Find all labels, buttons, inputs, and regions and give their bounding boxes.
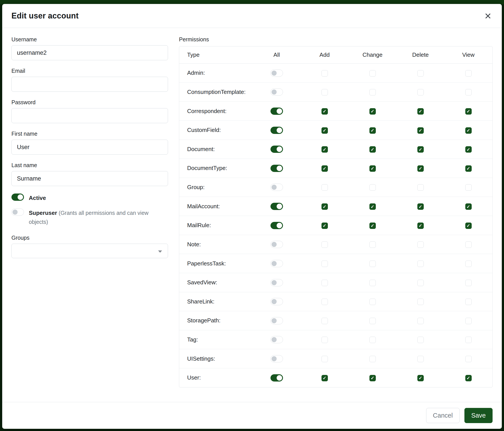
permission-delete-checkbox[interactable] [417, 318, 424, 324]
permission-delete-checkbox[interactable] [417, 280, 424, 286]
permission-add-checkbox[interactable] [322, 89, 328, 95]
permission-view-checkbox[interactable] [465, 299, 472, 305]
permission-all-toggle[interactable] [270, 70, 283, 77]
permission-all-toggle[interactable] [270, 336, 283, 343]
permission-all-toggle[interactable] [270, 260, 283, 267]
permission-add-checkbox[interactable] [322, 356, 328, 362]
email-field[interactable] [11, 77, 168, 92]
permission-view-checkbox[interactable] [465, 70, 472, 77]
permission-add-checkbox[interactable]: ✓ [322, 108, 328, 115]
permission-delete-checkbox[interactable] [417, 242, 424, 248]
permission-view-checkbox[interactable]: ✓ [465, 223, 472, 229]
permission-all-toggle[interactable] [270, 146, 283, 153]
permission-view-checkbox[interactable] [465, 337, 472, 343]
save-button[interactable]: Save [464, 408, 493, 423]
permission-change-checkbox[interactable] [369, 89, 376, 95]
permission-delete-checkbox[interactable] [417, 337, 424, 343]
permission-change-checkbox[interactable]: ✓ [369, 165, 376, 172]
superuser-toggle[interactable] [11, 208, 24, 216]
permission-add-checkbox[interactable] [322, 299, 328, 305]
permission-view-checkbox[interactable] [465, 184, 472, 191]
permission-view-checkbox[interactable] [465, 242, 472, 248]
first-name-field[interactable] [11, 140, 168, 155]
permission-all-toggle[interactable] [270, 88, 283, 96]
toggle-knob [271, 185, 277, 190]
permission-delete-checkbox[interactable] [417, 184, 424, 191]
toggle-knob [271, 90, 277, 95]
permission-all-toggle[interactable] [270, 203, 283, 210]
permission-delete-checkbox[interactable]: ✓ [417, 165, 424, 172]
groups-select[interactable] [11, 244, 168, 258]
permission-add-checkbox[interactable] [322, 70, 328, 77]
permission-view-checkbox[interactable]: ✓ [465, 165, 472, 172]
password-field[interactable] [11, 108, 168, 123]
permission-add-checkbox[interactable] [322, 280, 328, 286]
permission-all-toggle[interactable] [270, 241, 283, 248]
permission-change-checkbox[interactable]: ✓ [369, 203, 376, 210]
permission-add-checkbox[interactable]: ✓ [322, 223, 328, 229]
permission-view-checkbox[interactable]: ✓ [465, 146, 472, 153]
permission-all-toggle[interactable] [270, 165, 283, 172]
permission-type-label: ConsumptionTemplate: [179, 82, 253, 102]
permission-view-checkbox[interactable] [465, 356, 472, 362]
permission-view-checkbox[interactable]: ✓ [465, 375, 472, 381]
close-icon[interactable]: × [483, 10, 493, 22]
permission-view-checkbox[interactable]: ✓ [465, 108, 472, 115]
permission-change-checkbox[interactable] [369, 280, 376, 286]
permission-all-toggle[interactable] [270, 298, 283, 305]
permission-all-toggle[interactable] [270, 184, 283, 191]
permission-view-checkbox[interactable]: ✓ [465, 127, 472, 134]
permission-change-checkbox[interactable] [369, 337, 376, 343]
permission-change-checkbox[interactable] [369, 242, 376, 248]
permission-delete-checkbox[interactable]: ✓ [417, 223, 424, 229]
permission-all-toggle[interactable] [270, 279, 283, 286]
permission-change-checkbox[interactable]: ✓ [369, 108, 376, 115]
permission-delete-checkbox[interactable] [417, 299, 424, 305]
permission-view-checkbox[interactable] [465, 89, 472, 95]
permission-all-toggle[interactable] [270, 374, 283, 382]
permission-delete-checkbox[interactable]: ✓ [417, 146, 424, 153]
permission-change-checkbox[interactable]: ✓ [369, 146, 376, 153]
permission-change-checkbox[interactable] [369, 184, 376, 191]
permission-all-toggle[interactable] [270, 108, 283, 115]
permission-change-checkbox[interactable]: ✓ [369, 375, 376, 381]
permission-add-checkbox[interactable] [322, 242, 328, 248]
permission-type-label: Group: [179, 178, 253, 197]
permission-change-checkbox[interactable] [369, 356, 376, 362]
permission-all-toggle[interactable] [270, 127, 283, 134]
permission-add-checkbox[interactable] [322, 184, 328, 191]
permission-delete-checkbox[interactable] [417, 356, 424, 362]
permission-delete-checkbox[interactable] [417, 89, 424, 95]
permission-add-checkbox[interactable]: ✓ [322, 146, 328, 153]
permission-change-checkbox[interactable] [369, 299, 376, 305]
permission-add-checkbox[interactable] [322, 318, 328, 324]
permission-delete-checkbox[interactable] [417, 260, 424, 267]
permission-add-checkbox[interactable]: ✓ [322, 127, 328, 134]
cancel-button[interactable]: Cancel [426, 408, 459, 423]
permission-change-checkbox[interactable]: ✓ [369, 127, 376, 134]
permission-delete-checkbox[interactable]: ✓ [417, 375, 424, 381]
permission-all-toggle[interactable] [270, 222, 283, 229]
permission-all-toggle[interactable] [270, 355, 283, 362]
permission-all-toggle[interactable] [270, 317, 283, 324]
permission-delete-checkbox[interactable]: ✓ [417, 108, 424, 115]
permission-view-checkbox[interactable] [465, 280, 472, 286]
permission-delete-checkbox[interactable] [417, 70, 424, 77]
username-input[interactable] [11, 45, 168, 60]
active-toggle[interactable] [11, 194, 24, 201]
permission-change-checkbox[interactable] [369, 318, 376, 324]
permission-view-checkbox[interactable] [465, 318, 472, 324]
last-name-field[interactable] [11, 171, 168, 186]
permission-delete-checkbox[interactable]: ✓ [417, 127, 424, 134]
permission-add-checkbox[interactable] [322, 337, 328, 343]
permission-view-checkbox[interactable]: ✓ [465, 203, 472, 210]
permission-change-checkbox[interactable] [369, 260, 376, 267]
permission-delete-checkbox[interactable]: ✓ [417, 203, 424, 210]
permission-change-checkbox[interactable]: ✓ [369, 223, 376, 229]
permission-add-checkbox[interactable]: ✓ [322, 203, 328, 210]
permission-add-checkbox[interactable] [322, 260, 328, 267]
permission-view-checkbox[interactable] [465, 260, 472, 267]
permission-add-checkbox[interactable]: ✓ [322, 375, 328, 381]
permission-change-checkbox[interactable] [369, 70, 376, 77]
permission-add-checkbox[interactable]: ✓ [322, 165, 328, 172]
